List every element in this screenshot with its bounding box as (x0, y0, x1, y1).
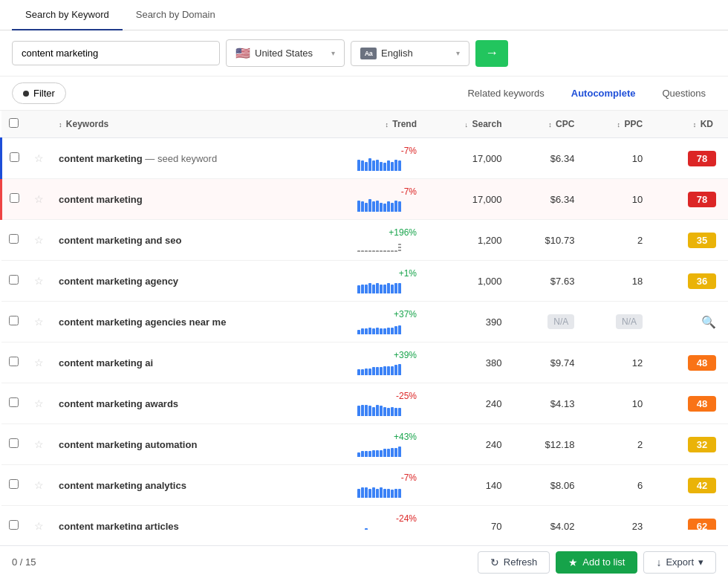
ppc-cell: 6 (582, 465, 650, 506)
keyword-cell: content marketing (51, 179, 350, 220)
star-cell[interactable]: ☆ (27, 383, 51, 424)
search-volume-value: 70 (491, 521, 501, 530)
row-checkbox[interactable] (9, 234, 19, 244)
chevron-down-icon: ▾ (698, 556, 703, 568)
table-row: ☆ content marketing articles -24% 70 $4.… (1, 506, 729, 530)
row-checkbox-cell (1, 138, 27, 179)
trend-col-header[interactable]: ↕ Trend (350, 111, 424, 138)
search-col-header[interactable]: ↓ Search (424, 111, 509, 138)
kd-cell: 42 (650, 465, 728, 506)
keyword-text: content marketing ai (59, 357, 153, 368)
row-checkbox-cell (1, 465, 27, 506)
row-checkbox[interactable] (9, 275, 19, 285)
cpc-cell: $12.18 (509, 424, 582, 465)
search-volume-cell: 1,200 (424, 220, 509, 261)
flag-icon: 🇺🇸 (235, 46, 250, 60)
sort-icon: ↕ (59, 121, 62, 129)
row-checkbox[interactable] (9, 479, 19, 489)
search-volume-value: 17,000 (472, 194, 502, 205)
keywords-col-header[interactable]: ↕ Keywords (51, 111, 350, 138)
add-to-list-button[interactable]: ★ Add to list (556, 551, 637, 574)
cpc-value: $6.34 (550, 194, 575, 205)
keyword-text: content marketing (59, 153, 143, 164)
ppc-cell: 23 (582, 506, 650, 530)
ppc-value: 10 (632, 194, 643, 205)
filter-button[interactable]: Filter (12, 82, 66, 104)
tab-autocomplete[interactable]: Autocomplete (561, 83, 646, 103)
cpc-col-header[interactable]: ↕ CPC (509, 111, 582, 138)
keyword-text: content marketing (59, 194, 143, 205)
ppc-cell: 12 (582, 342, 650, 383)
table-row: ☆ content marketing and seo +196% 1,200 … (1, 220, 729, 261)
star-cell[interactable]: ☆ (27, 302, 51, 342)
tab-search-by-domain[interactable]: Search by Domain (123, 0, 229, 30)
go-button[interactable]: → (475, 40, 508, 67)
top-tabs: Search by Keyword Search by Domain (0, 0, 728, 30)
ppc-value: 10 (632, 153, 643, 164)
kd-col-header[interactable]: ↕ KD (650, 111, 728, 138)
export-button[interactable]: ↓ Export ▾ (643, 551, 716, 574)
tab-related-keywords[interactable]: Related keywords (457, 83, 554, 103)
table-header: ↕ Keywords ↕ Trend ↓ Search ↕ CPC ↕ PP (1, 111, 729, 138)
table-row: ☆ content marketing analytics -7% 140 $8… (1, 465, 729, 506)
ppc-cell: 10 (582, 383, 650, 424)
select-all-checkbox[interactable] (9, 118, 19, 128)
row-checkbox-cell (1, 302, 27, 342)
trend-percent: -7% (357, 146, 417, 156)
kd-cell: 🔍 (650, 302, 728, 342)
cpc-cell: $8.06 (509, 465, 582, 506)
trend-percent: +43% (357, 432, 417, 442)
select-all-header[interactable] (1, 111, 27, 138)
kd-cell: 62 (650, 506, 728, 530)
trend-percent: +1% (357, 268, 417, 279)
trend-cell: -7% (350, 465, 424, 506)
tab-questions[interactable]: Questions (651, 83, 716, 103)
star-cell[interactable]: ☆ (27, 179, 51, 220)
star-cell[interactable]: ☆ (27, 424, 51, 465)
ppc-cell: 2 (582, 424, 650, 465)
search-input[interactable] (12, 41, 220, 65)
cpc-cell: $6.34 (509, 138, 582, 179)
kd-cell: 32 (650, 424, 728, 465)
trend-cell: +39% (350, 342, 424, 383)
bottom-bar: 0 / 15 ↻ Refresh ★ Add to list ↓ Export … (0, 545, 728, 578)
cpc-cell: N/A (509, 302, 582, 342)
star-cell[interactable]: ☆ (27, 342, 51, 383)
trend-percent: -24% (357, 513, 417, 524)
cpc-value: $9.74 (550, 357, 575, 368)
star-cell[interactable]: ☆ (27, 506, 51, 530)
cpc-cell: $7.63 (509, 261, 582, 302)
row-checkbox[interactable] (10, 193, 19, 203)
kd-cell: 48 (650, 383, 728, 424)
tab-search-by-keyword[interactable]: Search by Keyword (12, 0, 123, 30)
search-volume-value: 1,200 (478, 235, 502, 246)
kd-badge: 62 (688, 519, 716, 530)
refresh-button[interactable]: ↻ Refresh (478, 551, 550, 574)
row-checkbox[interactable] (9, 438, 19, 448)
star-cell[interactable]: ☆ (27, 220, 51, 261)
ppc-value: 10 (632, 398, 643, 409)
star-cell[interactable]: ☆ (27, 138, 51, 179)
row-checkbox[interactable] (9, 316, 19, 325)
cpc-cell: $4.13 (509, 383, 582, 424)
language-select[interactable]: Aa English ▾ (351, 41, 469, 66)
country-select[interactable]: 🇺🇸 United States ▾ (226, 39, 345, 67)
language-label: English (381, 48, 413, 59)
search-volume-cell: 70 (424, 506, 509, 530)
export-label: Export (666, 556, 694, 568)
row-checkbox[interactable] (9, 357, 19, 366)
ppc-col-header[interactable]: ↕ PPC (582, 111, 650, 138)
star-cell[interactable]: ☆ (27, 465, 51, 506)
chevron-down-icon: ▾ (331, 49, 335, 57)
row-checkbox[interactable] (9, 520, 19, 530)
row-checkbox[interactable] (9, 397, 19, 407)
sort-icon: ↓ (465, 121, 469, 129)
ppc-cell: 2 (582, 220, 650, 261)
cpc-cell: $6.34 (509, 179, 582, 220)
bottom-actions: ↻ Refresh ★ Add to list ↓ Export ▾ (478, 551, 716, 574)
keyword-cell: content marketing awards (51, 383, 350, 424)
ppc-value: 2 (637, 235, 643, 246)
trend-chart (357, 525, 417, 530)
star-cell[interactable]: ☆ (27, 261, 51, 302)
row-checkbox[interactable] (10, 152, 19, 162)
